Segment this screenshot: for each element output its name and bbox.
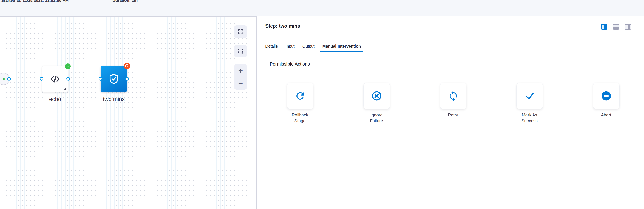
layout-split-right-icon[interactable] [601,24,607,30]
fullscreen-button[interactable] [234,25,247,38]
edge-start-to-echo [9,78,42,79]
duration-text: Duration: 2m [112,0,138,3]
retry-button[interactable] [440,83,466,109]
panel-header-icons [601,24,642,30]
abort-button[interactable] [593,83,620,109]
app-root: Started at: 11/28/2022, 12:01:00 PM Dura… [0,0,644,209]
pipeline-canvas[interactable]: echo two mins + − [0,16,256,209]
rollback-stage-button[interactable] [287,83,314,109]
port-echo-out[interactable] [66,77,70,80]
zoom-controls: + − [234,64,247,90]
code-mini-icon [63,88,66,90]
mark-as-success-label: Mark As Success [518,112,541,124]
abort-label: Abort [594,112,618,118]
port-twomins-out[interactable] [125,77,129,80]
mark-as-success-button[interactable] [516,83,543,109]
timer-badge-icon [124,63,130,69]
rollback-stage-label: Rollback Stage [288,112,312,124]
node-label-two-mins[interactable]: two mins [96,96,132,102]
execution-meta-bar: Started at: 11/28/2022, 12:01:00 PM Dura… [0,0,644,16]
tab-details[interactable]: Details [263,40,280,52]
mark-as-success-icon [524,90,535,102]
ignore-failure-label: Ignore Failure [365,112,388,124]
rollback-stage-icon [295,90,306,102]
play-icon [2,76,7,82]
tab-output[interactable]: Output [300,40,317,52]
port-start-out[interactable] [7,77,11,80]
section-divider [261,130,644,130]
zoom-in-button[interactable]: + [234,64,247,77]
shield-check-icon [108,73,120,85]
node-two-mins[interactable] [100,66,127,92]
started-at-text: Started at: 11/28/2022, 12:01:00 PM [1,0,68,3]
code-icon [50,73,61,85]
layout-drawer-right-icon[interactable] [625,24,631,30]
abort-icon [601,90,612,102]
node-label-echo[interactable]: echo [42,96,68,102]
zoom-out-button[interactable]: − [234,77,247,90]
minimize-icon[interactable] [637,26,642,27]
code-mini-icon [122,88,126,91]
edge-echo-to-twomins [68,78,100,79]
tab-manual-intervention[interactable]: Manual Intervention [320,40,364,52]
ignore-failure-icon [371,90,382,102]
node-echo[interactable] [42,66,68,92]
layout-bottom-icon[interactable] [613,24,619,30]
panel-title: Step: two mins [265,23,300,29]
retry-label: Retry [441,112,465,118]
port-echo-in[interactable] [40,77,44,80]
tab-input[interactable]: Input [283,40,297,52]
retry-icon [448,90,459,102]
step-details-panel: Step: two mins Details Input Output Manu… [257,16,644,209]
marquee-select-button[interactable] [234,45,247,57]
ignore-failure-button[interactable] [364,83,390,109]
port-twomins-in[interactable] [98,77,102,80]
marquee-select-icon [237,48,244,54]
panel-tabs: Details Input Output Manual Intervention [257,40,644,52]
success-badge-icon [65,64,70,69]
fullscreen-icon [237,28,244,35]
permissible-actions-title: Permissible Actions [270,62,310,67]
